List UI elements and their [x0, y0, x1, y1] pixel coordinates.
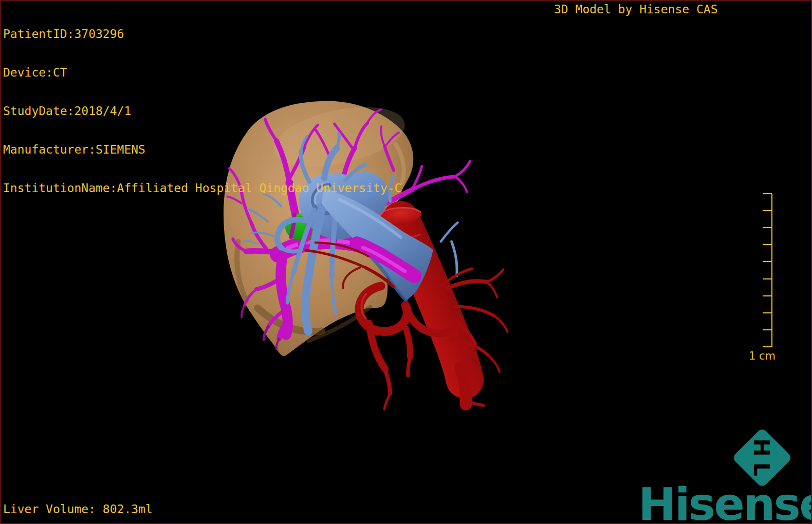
- institution-text: InstitutionName:Affiliated Hospital Qing…: [3, 182, 401, 195]
- device-text: Device:CT: [3, 66, 401, 79]
- scene-title: 3D Model by Hisense CAS: [554, 3, 718, 16]
- hisense-wordmark: Hisense: [638, 482, 812, 524]
- study-date-text: StudyDate:2018/4/1: [3, 105, 401, 118]
- viewer-canvas[interactable]: PatientID:3703296 Device:CT StudyDate:20…: [0, 0, 812, 524]
- logo-monogram-h: H: [749, 439, 774, 457]
- patient-info-overlay: PatientID:3703296 Device:CT StudyDate:20…: [3, 2, 401, 220]
- scale-ruler-ticks: [763, 194, 772, 347]
- scale-ruler: 1 cm: [739, 189, 790, 366]
- liver-volume-readout: Liver Volume: 802.3ml: [3, 503, 153, 516]
- manufacturer-text: Manufacturer:SIEMENS: [3, 143, 401, 156]
- patient-id-text: PatientID:3703296: [3, 28, 401, 41]
- logo-monogram-l: L: [749, 462, 774, 476]
- scale-ruler-label: 1 cm: [749, 350, 776, 362]
